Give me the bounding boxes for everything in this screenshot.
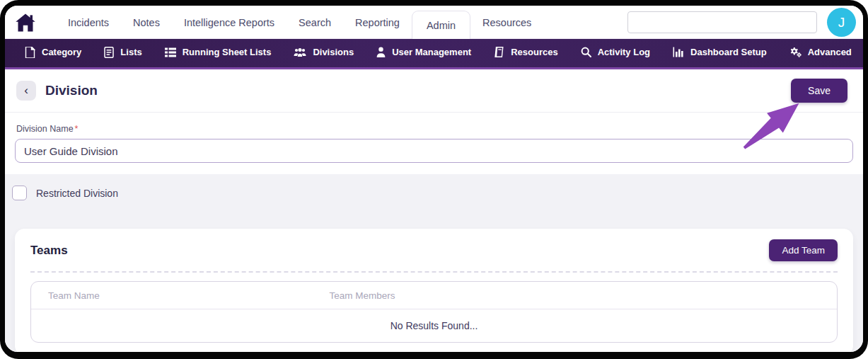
adminnav-label: User Management (392, 47, 471, 57)
divisions-group-icon (294, 47, 306, 57)
teams-title: Teams (30, 244, 68, 258)
home-icon (15, 13, 36, 33)
adminnav-label: Divisions (313, 47, 354, 57)
restricted-division-label: Restricted Division (36, 188, 118, 199)
topnav-item-incidents[interactable]: Incidents (56, 17, 121, 28)
admin-navigation: Category Lists Running Sheet Lists (5, 39, 863, 69)
resources-book-icon (494, 47, 504, 57)
page-header: ‹ Division Save (5, 69, 863, 113)
home-button[interactable] (15, 13, 36, 33)
required-asterisk: * (75, 124, 79, 134)
division-name-label-text: Division Name (16, 124, 74, 134)
topnav-item-intelligence-reports[interactable]: Intelligence Reports (172, 17, 287, 28)
topnav-item-admin-active[interactable]: Admin (412, 11, 470, 39)
topnav-item-search[interactable]: Search (287, 17, 343, 28)
advanced-gears-icon (789, 47, 802, 57)
topnav-item-resources[interactable]: Resources (470, 17, 543, 28)
column-team-members: Team Members (329, 290, 837, 301)
adminnav-label: Lists (120, 47, 141, 57)
user-icon (376, 47, 386, 57)
teams-table: Team Name Team Members No Results Found.… (30, 281, 838, 343)
column-team-name: Team Name (31, 290, 329, 301)
teams-divider (30, 271, 838, 273)
dashboard-chart-icon (673, 47, 684, 57)
adminnav-item-category[interactable]: Category (15, 39, 91, 65)
app-window: Incidents Notes Intelligence Reports Sea… (5, 6, 863, 352)
teams-table-header: Team Name Team Members (31, 282, 837, 309)
adminnav-item-running-sheet-lists[interactable]: Running Sheet Lists (155, 39, 282, 65)
topnav-item-notes[interactable]: Notes (121, 17, 172, 28)
division-form: Division Name* (5, 113, 863, 174)
adminnav-item-resources[interactable]: Resources (484, 39, 567, 65)
lists-doc-icon (104, 47, 114, 58)
restricted-division-row: Restricted Division (12, 186, 853, 200)
back-button[interactable]: ‹ (16, 81, 36, 101)
adminnav-label: Dashboard Setup (690, 47, 767, 57)
global-search-input[interactable] (627, 11, 817, 33)
top-navigation: Incidents Notes Intelligence Reports Sea… (5, 6, 863, 39)
topnav-spacer (543, 6, 627, 39)
category-file-icon (25, 47, 35, 58)
adminnav-item-lists[interactable]: Lists (94, 39, 151, 65)
adminnav-label: Category (42, 47, 81, 57)
add-team-button[interactable]: Add Team (769, 239, 838, 261)
adminnav-label: Resources (511, 47, 557, 57)
topnav-item-reporting[interactable]: Reporting (343, 17, 412, 28)
teams-empty-state: No Results Found... (31, 309, 837, 342)
running-sheet-list-icon (165, 47, 176, 57)
adminnav-item-activity-log[interactable]: Activity Log (571, 39, 660, 65)
page-body: Restricted Division Teams Add Team Team … (5, 174, 863, 352)
adminnav-item-advanced[interactable]: Advanced (780, 39, 862, 65)
adminnav-item-dashboard-setup[interactable]: Dashboard Setup (663, 39, 777, 65)
activity-log-search-icon (581, 47, 591, 57)
restricted-division-checkbox[interactable] (12, 186, 27, 200)
page-title: Division (45, 83, 98, 98)
user-avatar[interactable]: J (827, 8, 856, 37)
adminnav-item-divisions[interactable]: Divisions (284, 39, 364, 65)
adminnav-item-user-management[interactable]: User Management (366, 39, 481, 65)
adminnav-label: Activity Log (598, 47, 650, 57)
division-name-input[interactable] (15, 139, 853, 163)
save-button[interactable]: Save (791, 79, 847, 103)
screenshot-frame: Incidents Notes Intelligence Reports Sea… (0, 0, 868, 359)
division-name-label: Division Name* (16, 124, 853, 134)
adminnav-label: Running Sheet Lists (183, 47, 272, 57)
teams-card-header: Teams Add Team (30, 239, 838, 261)
adminnav-label: Advanced (808, 47, 852, 57)
teams-card: Teams Add Team Team Name Team Members No… (15, 229, 853, 352)
